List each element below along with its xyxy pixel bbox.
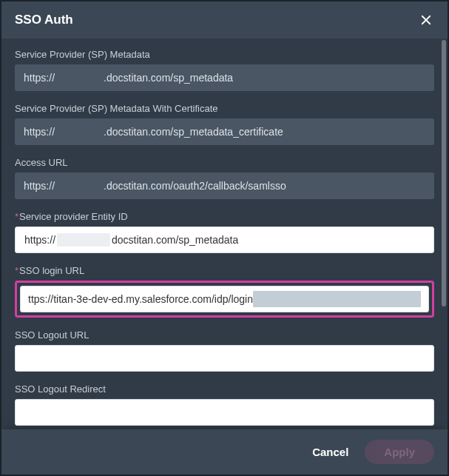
field-sp-metadata-cert: Service Provider (SP) Metadata With Cert… xyxy=(15,103,434,145)
input-entity-id[interactable]: https:// docstitan.com/sp_metadata xyxy=(15,227,434,253)
label-logout-redirect: SSO Logout Redirect xyxy=(15,383,434,395)
input-logout-url[interactable] xyxy=(15,345,434,372)
scrollbar-track[interactable] xyxy=(442,40,446,428)
label-access-url: Access URL xyxy=(15,157,434,168)
value-rest: .docstitan.com/sp_metadata_certificate xyxy=(104,126,283,138)
input-login-url[interactable]: ttps://titan-3e-dev-ed.my.salesforce.com… xyxy=(20,286,429,312)
redacted-segment xyxy=(57,233,110,247)
modal-body: Service Provider (SP) Metadata https:// … xyxy=(1,38,448,429)
value-login-url: ttps://titan-3e-dev-ed.my.salesforce.com… xyxy=(28,293,253,305)
close-button[interactable] xyxy=(418,12,434,28)
highlight-frame: ttps://titan-3e-dev-ed.my.salesforce.com… xyxy=(15,281,434,318)
label-logout-url: SSO Logout URL xyxy=(15,329,434,341)
field-access-url: Access URL https:// .docstitan.com/oauth… xyxy=(15,157,434,199)
modal-title: SSO Auth xyxy=(15,13,73,27)
field-sp-metadata: Service Provider (SP) Metadata https:// … xyxy=(15,49,434,91)
value-proto: https:// xyxy=(24,126,55,138)
apply-button[interactable]: Apply xyxy=(365,440,434,464)
input-sp-metadata[interactable]: https:// .docstitan.com/sp_metadata xyxy=(15,64,434,91)
scrollbar-thumb[interactable] xyxy=(442,40,446,306)
value-proto: https:// xyxy=(24,180,55,192)
field-entity-id: Service provider Entity ID https:// docs… xyxy=(15,211,434,253)
value-rest: .docstitan.com/oauth2/callback/samlsso xyxy=(104,180,286,192)
field-logout-url: SSO Logout URL xyxy=(15,329,434,372)
label-login-url: SSO login URL xyxy=(15,265,434,276)
label-sp-metadata-cert: Service Provider (SP) Metadata With Cert… xyxy=(15,103,434,114)
close-icon xyxy=(419,13,433,27)
value-proto: https:// xyxy=(24,72,55,84)
input-access-url[interactable]: https:// .docstitan.com/oauth2/callback/… xyxy=(15,172,434,199)
label-entity-id: Service provider Entity ID xyxy=(15,211,434,222)
field-logout-redirect: SSO Logout Redirect xyxy=(15,383,434,426)
cancel-button[interactable]: Cancel xyxy=(312,446,348,458)
input-logout-redirect[interactable] xyxy=(15,399,434,426)
value-rest: .docstitan.com/sp_metadata xyxy=(104,72,233,84)
sso-auth-modal: SSO Auth Service Provider (SP) Metadata … xyxy=(0,0,449,476)
input-sp-metadata-cert[interactable]: https:// .docstitan.com/sp_metadata_cert… xyxy=(15,118,434,145)
selection-highlight xyxy=(253,291,421,307)
modal-header: SSO Auth xyxy=(1,1,448,38)
value-pre: https:// xyxy=(24,234,55,246)
value-post: docstitan.com/sp_metadata xyxy=(112,234,238,246)
modal-footer: Cancel Apply xyxy=(1,429,448,475)
field-login-url: SSO login URL ttps://titan-3e-dev-ed.my.… xyxy=(15,265,434,318)
label-sp-metadata: Service Provider (SP) Metadata xyxy=(15,49,434,60)
